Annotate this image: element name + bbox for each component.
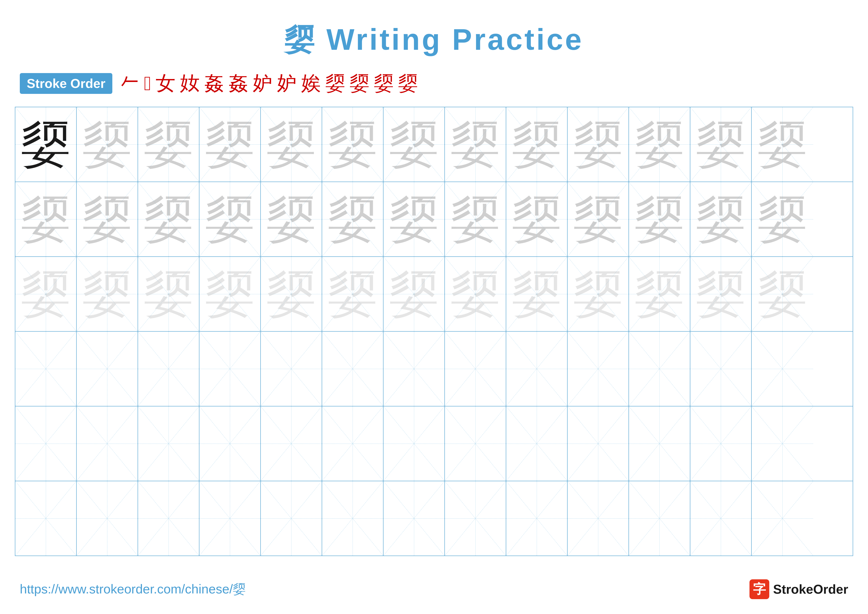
grid-cell-r2-c12[interactable]: 媭 <box>690 182 752 256</box>
grid-cell-r1-c1[interactable]: 媭 <box>16 107 77 182</box>
character-guide-faint: 媭 <box>21 269 71 319</box>
grid-cell-r4-c2[interactable] <box>77 332 138 406</box>
grid-cell-r5-c9[interactable] <box>506 406 567 481</box>
grid-cell-r6-c11[interactable] <box>629 481 690 555</box>
stroke-12: 媭 <box>374 70 394 97</box>
character-guide-faint: 媭 <box>451 269 500 319</box>
character-guide: 媭 <box>82 120 132 169</box>
grid-cell-r3-c1[interactable]: 媭 <box>16 257 77 331</box>
grid-cell-r3-c4[interactable]: 媭 <box>200 257 261 331</box>
grid-cell-r4-c5[interactable] <box>261 332 322 406</box>
grid-cell-r5-c4[interactable] <box>200 406 261 481</box>
character-guide: 媭 <box>82 194 132 244</box>
character-guide: 媭 <box>696 194 746 244</box>
grid-cell-r5-c13[interactable] <box>752 406 813 481</box>
grid-cell-r6-c2[interactable] <box>77 481 138 555</box>
character-guide: 媭 <box>328 120 377 169</box>
grid-cell-r4-c9[interactable] <box>506 332 567 406</box>
grid-cell-r1-c12[interactable]: 媭 <box>690 107 752 182</box>
grid-cell-r6-c7[interactable] <box>383 481 445 555</box>
grid-cell-r6-c5[interactable] <box>261 481 322 555</box>
grid-cell-r2-c2[interactable]: 媭 <box>77 182 138 256</box>
grid-cell-r5-c6[interactable] <box>322 406 383 481</box>
grid-cell-r5-c2[interactable] <box>77 406 138 481</box>
grid-cell-r5-c1[interactable] <box>16 406 77 481</box>
grid-cell-r5-c3[interactable] <box>138 406 200 481</box>
grid-cell-r2-c7[interactable]: 媭 <box>383 182 445 256</box>
grid-cell-r2-c1[interactable]: 媭 <box>16 182 77 256</box>
grid-cell-r6-c10[interactable] <box>567 481 629 555</box>
grid-cell-r5-c11[interactable] <box>629 406 690 481</box>
grid-cell-r6-c13[interactable] <box>752 481 813 555</box>
grid-cell-r4-c4[interactable] <box>200 332 261 406</box>
footer-url[interactable]: https://www.strokeorder.com/chinese/媭 <box>20 581 246 598</box>
grid-cell-r4-c13[interactable] <box>752 332 813 406</box>
grid-row-6 <box>16 481 852 555</box>
grid-cell-r5-c7[interactable] <box>383 406 445 481</box>
stroke-13: 媭 <box>398 70 418 97</box>
grid-cell-r1-c11[interactable]: 媭 <box>629 107 690 182</box>
grid-cell-r4-c7[interactable] <box>383 332 445 406</box>
grid-cell-r4-c1[interactable] <box>16 332 77 406</box>
grid-cell-r2-c10[interactable]: 媭 <box>567 182 629 256</box>
character-guide-faint: 媭 <box>144 269 193 319</box>
grid-cell-r6-c1[interactable] <box>16 481 77 555</box>
grid-cell-r2-c13[interactable]: 媭 <box>752 182 813 256</box>
grid-cell-r4-c3[interactable] <box>138 332 200 406</box>
grid-cell-r3-c2[interactable]: 媭 <box>77 257 138 331</box>
grid-cell-r6-c8[interactable] <box>445 481 506 555</box>
grid-cell-r1-c7[interactable]: 媭 <box>383 107 445 182</box>
grid-cell-r6-c12[interactable] <box>690 481 752 555</box>
grid-cell-r1-c2[interactable]: 媭 <box>77 107 138 182</box>
character-guide: 媭 <box>696 120 746 169</box>
grid-cell-r3-c9[interactable]: 媭 <box>506 257 567 331</box>
page-title: 媭 Writing Practice <box>0 0 868 60</box>
grid-cell-r6-c3[interactable] <box>138 481 200 555</box>
logo-text: StrokeOrder <box>773 582 848 597</box>
grid-cell-r1-c8[interactable]: 媭 <box>445 107 506 182</box>
grid-cell-r1-c5[interactable]: 媭 <box>261 107 322 182</box>
grid-cell-r2-c6[interactable]: 媭 <box>322 182 383 256</box>
grid-cell-r2-c11[interactable]: 媭 <box>629 182 690 256</box>
stroke-order-badge: Stroke Order <box>20 73 112 94</box>
grid-row-3: 媭 媭 媭 媭 媭 媭 媭 媭 媭 媭 媭 媭 媭 <box>16 257 852 332</box>
grid-cell-r1-c13[interactable]: 媭 <box>752 107 813 182</box>
grid-cell-r1-c10[interactable]: 媭 <box>567 107 629 182</box>
grid-cell-r3-c3[interactable]: 媭 <box>138 257 200 331</box>
grid-cell-r4-c12[interactable] <box>690 332 752 406</box>
grid-cell-r6-c6[interactable] <box>322 481 383 555</box>
grid-cell-r3-c12[interactable]: 媭 <box>690 257 752 331</box>
grid-cell-r5-c12[interactable] <box>690 406 752 481</box>
grid-cell-r2-c8[interactable]: 媭 <box>445 182 506 256</box>
grid-cell-r3-c6[interactable]: 媭 <box>322 257 383 331</box>
grid-cell-r1-c4[interactable]: 媭 <box>200 107 261 182</box>
grid-cell-r4-c10[interactable] <box>567 332 629 406</box>
grid-cell-r3-c8[interactable]: 媭 <box>445 257 506 331</box>
footer: https://www.strokeorder.com/chinese/媭 字 … <box>20 579 848 599</box>
grid-cell-r5-c8[interactable] <box>445 406 506 481</box>
character-guide-faint: 媭 <box>82 269 132 319</box>
grid-cell-r5-c10[interactable] <box>567 406 629 481</box>
grid-cell-r3-c7[interactable]: 媭 <box>383 257 445 331</box>
grid-cell-r6-c4[interactable] <box>200 481 261 555</box>
grid-cell-r3-c13[interactable]: 媭 <box>752 257 813 331</box>
grid-cell-r1-c6[interactable]: 媭 <box>322 107 383 182</box>
grid-cell-r5-c5[interactable] <box>261 406 322 481</box>
grid-cell-r1-c9[interactable]: 媭 <box>506 107 567 182</box>
grid-cell-r4-c8[interactable] <box>445 332 506 406</box>
character-guide-faint: 媭 <box>328 269 377 319</box>
grid-cell-r1-c3[interactable]: 媭 <box>138 107 200 182</box>
grid-cell-r4-c6[interactable] <box>322 332 383 406</box>
grid-cell-r2-c5[interactable]: 媭 <box>261 182 322 256</box>
stroke-8: 妒 <box>277 70 297 97</box>
grid-cell-r3-c11[interactable]: 媭 <box>629 257 690 331</box>
grid-cell-r2-c3[interactable]: 媭 <box>138 182 200 256</box>
grid-cell-r2-c9[interactable]: 媭 <box>506 182 567 256</box>
character-guide: 媭 <box>144 194 193 244</box>
grid-cell-r3-c5[interactable]: 媭 <box>261 257 322 331</box>
grid-cell-r4-c11[interactable] <box>629 332 690 406</box>
grid-cell-r6-c9[interactable] <box>506 481 567 555</box>
grid-row-2: 媭 媭 媭 媭 媭 媭 媭 媭 媭 媭 媭 媭 媭 <box>16 182 852 257</box>
grid-cell-r2-c4[interactable]: 媭 <box>200 182 261 256</box>
grid-cell-r3-c10[interactable]: 媭 <box>567 257 629 331</box>
